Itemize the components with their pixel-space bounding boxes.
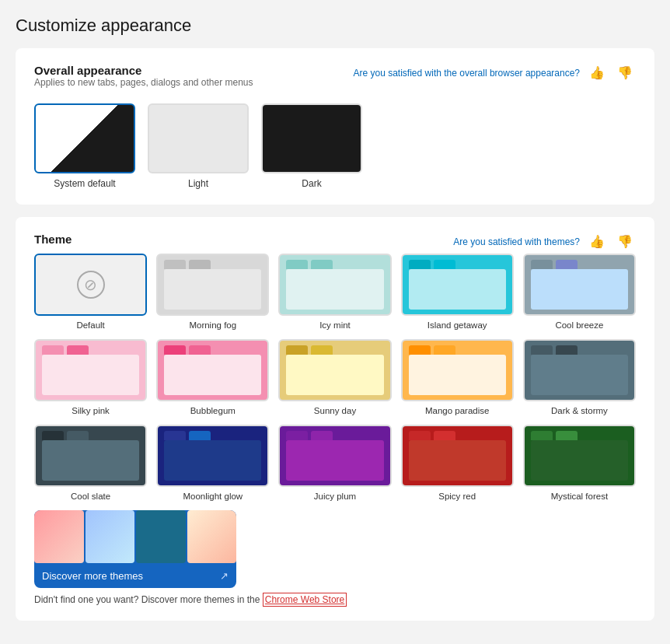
- folder-tab: [286, 345, 308, 355]
- folder-tab: [556, 345, 578, 355]
- theme-option-island-getaway[interactable]: Island getaway: [401, 254, 514, 330]
- theme-option-juicy-plum[interactable]: Juicy plum: [278, 425, 391, 501]
- theme-option-mystical-forest[interactable]: Mystical forest: [523, 425, 636, 501]
- folder-tab: [286, 431, 308, 440]
- appearance-preview-system-default: [34, 103, 135, 173]
- theme-thumbsup-button[interactable]: 👍: [586, 233, 608, 250]
- theme-preview-mystical-forest: [523, 425, 636, 487]
- discover-more-themes-label: Discover more themes: [42, 570, 143, 582]
- overall-appearance-title: Overall appearance: [34, 64, 253, 77]
- folder-tabs-bubblegum: [158, 341, 267, 355]
- theme-option-dark-stormy[interactable]: Dark & stormy: [523, 339, 636, 415]
- theme-grid: ⊘ Default Morning fog: [34, 254, 636, 501]
- overall-appearance-subtitle: Applies to new tabs, pages, dialogs and …: [34, 77, 253, 88]
- external-link-icon: ↗: [220, 570, 229, 582]
- folder-tab: [286, 260, 308, 269]
- theme-preview-bubblegum: [156, 339, 269, 401]
- folder-tabs-juicy-plum: [280, 426, 389, 440]
- theme-label-spicy-red: Spicy red: [438, 492, 476, 501]
- theme-thumbsdown-button[interactable]: 👎: [614, 233, 636, 250]
- theme-option-morning-fog[interactable]: Morning fog: [156, 254, 269, 330]
- folder-tabs-mystical-forest: [525, 426, 634, 440]
- theme-label-cool-slate: Cool slate: [71, 492, 110, 501]
- folder-body: [164, 355, 261, 395]
- overall-appearance-thumbsup-button[interactable]: 👍: [586, 64, 608, 82]
- discover-card-images: [34, 510, 236, 563]
- appearance-label-light: Light: [188, 178, 208, 189]
- appearance-preview-dark: [261, 103, 362, 173]
- theme-label-sunny-day: Sunny day: [314, 406, 356, 415]
- theme-label-default: Default: [76, 320, 104, 330]
- folder-tab: [311, 260, 333, 269]
- folder-tab: [67, 431, 89, 440]
- theme-label-cool-breeze: Cool breeze: [555, 320, 603, 330]
- theme-preview-island-getaway: [401, 254, 514, 316]
- overall-appearance-header-left: Overall appearance Applies to new tabs, …: [34, 64, 253, 100]
- folder-tab: [531, 345, 553, 355]
- theme-option-moonlight-glow[interactable]: Moonlight glow: [156, 425, 269, 501]
- folder-body: [409, 355, 506, 395]
- folder-tab: [556, 431, 578, 440]
- discover-more-themes-card[interactable]: Discover more themes ↗: [34, 510, 236, 588]
- folder-body: [286, 440, 383, 481]
- folder-tab: [189, 260, 211, 269]
- folder-tab: [434, 345, 455, 355]
- folder-body: [286, 355, 383, 395]
- theme-option-spicy-red[interactable]: Spicy red: [401, 425, 514, 501]
- folder-tab: [42, 431, 64, 440]
- folder-tab: [67, 345, 89, 355]
- folder-tabs-moonlight-glow: [158, 426, 267, 440]
- overall-appearance-thumbsdown-button[interactable]: 👎: [614, 64, 636, 82]
- theme-option-sunny-day[interactable]: Sunny day: [278, 339, 391, 415]
- theme-option-bubblegum[interactable]: Bubblegum: [156, 339, 269, 415]
- bottom-text-prefix: Didn't find one you want? Discover more …: [34, 594, 263, 605]
- folder-tab: [531, 431, 553, 440]
- folder-body: [164, 440, 261, 481]
- folder-body: [531, 269, 628, 310]
- theme-preview-silky-pink: [34, 339, 147, 401]
- discover-image-4: [187, 510, 237, 563]
- folder-tab: [556, 260, 578, 269]
- no-theme-icon: ⊘: [77, 271, 105, 299]
- folder-tab: [311, 431, 333, 440]
- folder-tabs-mango-paradise: [403, 341, 512, 355]
- folder-tab: [164, 431, 186, 440]
- theme-header: Theme Are you satisfied with themes? 👍 👎: [34, 233, 636, 250]
- chrome-web-store-link[interactable]: Chrome Web Store: [263, 593, 347, 607]
- theme-option-icy-mint[interactable]: Icy mint: [278, 254, 391, 330]
- folder-body: [531, 355, 628, 395]
- overall-appearance-header: Overall appearance Applies to new tabs, …: [34, 64, 636, 100]
- folder-tab: [531, 260, 553, 269]
- overall-appearance-feedback: Are you satisfied with the overall brows…: [354, 64, 637, 82]
- theme-feedback: Are you satisfied with themes? 👍 👎: [453, 233, 636, 250]
- theme-option-cool-breeze[interactable]: Cool breeze: [523, 254, 636, 330]
- appearance-options-grid: System default Light Dark: [34, 103, 636, 189]
- discover-image-2: [85, 510, 135, 563]
- folder-tabs-morning-fog: [158, 255, 267, 269]
- folder-body: [531, 440, 628, 481]
- overall-appearance-feedback-text[interactable]: Are you satisfied with the overall brows…: [354, 68, 581, 79]
- theme-preview-morning-fog: [156, 254, 269, 316]
- theme-option-cool-slate[interactable]: Cool slate: [34, 425, 147, 501]
- theme-option-silky-pink[interactable]: Silky pink: [34, 339, 147, 415]
- folder-tab: [434, 431, 455, 440]
- folder-tab: [189, 431, 211, 440]
- theme-option-mango-paradise[interactable]: Mango paradise: [401, 339, 514, 415]
- theme-option-default[interactable]: ⊘ Default: [34, 254, 147, 330]
- appearance-label-system-default: System default: [54, 178, 115, 189]
- theme-feedback-text[interactable]: Are you satisfied with themes?: [453, 236, 580, 247]
- folder-tabs-sunny-day: [280, 341, 389, 355]
- folder-body: [409, 269, 506, 310]
- folder-tab: [409, 431, 431, 440]
- folder-tabs-cool-slate: [36, 426, 145, 440]
- appearance-option-light[interactable]: Light: [148, 103, 249, 189]
- theme-label-juicy-plum: Juicy plum: [314, 492, 356, 501]
- folder-body: [42, 440, 139, 481]
- theme-preview-sunny-day: [278, 339, 391, 401]
- appearance-option-dark[interactable]: Dark: [261, 103, 362, 189]
- appearance-option-system-default[interactable]: System default: [34, 103, 135, 189]
- theme-label-mystical-forest: Mystical forest: [551, 492, 609, 501]
- bottom-text: Didn't find one you want? Discover more …: [34, 594, 636, 605]
- folder-tabs-spicy-red: [403, 426, 512, 440]
- folder-tab: [164, 345, 186, 355]
